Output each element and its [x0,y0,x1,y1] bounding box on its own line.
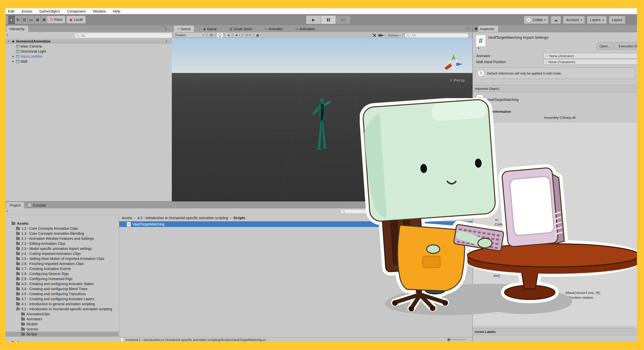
asset-labels-header[interactable]: Asset Labels [473,328,637,335]
layers-dropdown[interactable]: Layers ▾ [587,16,607,24]
folder-row[interactable]: 3.5 - Creating and configuring Transitio… [6,291,119,296]
step-button[interactable]: ▶ [336,15,351,24]
scene-view-tab[interactable]: ≻ Animator [261,26,286,32]
hierarchy-row[interactable]: ▼ ◈ HumanoidAnimation ⋮ [6,38,172,44]
scene-view-tab[interactable]: # Scene [174,26,194,32]
folder-row[interactable]: Animators [6,317,119,322]
local-toggle-button[interactable]: ▣ Local [66,16,86,24]
object-field[interactable]: ≻ None (Animator) [544,53,637,59]
menu-item[interactable]: Assets [21,9,32,13]
folder-row[interactable]: 3.3 - Creating and configuring Animator … [6,281,119,286]
persp-toggle[interactable]: < Persp [450,78,465,82]
folder-row[interactable]: 2.4 - Cutting Imported Animation Clips [6,251,119,256]
expand-arrow-icon[interactable]: ▶ [12,60,15,63]
menu-item[interactable]: Help [113,9,120,13]
layout-dropdown[interactable]: Layout [609,16,625,24]
pivot-toggle-button[interactable]: ⊡ Pivot [47,16,65,24]
grid-visibility-dropdown[interactable]: ▦ ▾ [254,32,263,38]
folder-row[interactable]: 1.3 - Core Concepts Animation Blending [6,231,119,236]
selected-file-row[interactable]: VaultTargetMatching [119,221,472,227]
foldout-icon[interactable]: ▾ [478,47,479,50]
open-button[interactable]: Open... [597,43,613,50]
scene-search-input[interactable] [405,33,469,38]
thumbnail-zoom-slider[interactable] [448,339,466,340]
project-status-bar: Assets/4.2 - Introduction to Humanoid-sp… [119,337,472,342]
folder-row[interactable]: 1.2 - Core Concepts Animation Data [6,226,119,231]
menu-item[interactable]: Edit [8,9,14,13]
folder-row[interactable]: 2.9 - Configuring Humanoid Rigs [6,276,119,281]
create-dropdown-icon[interactable]: ▾ [7,33,8,37]
folder-row[interactable]: ▸ Packages [6,340,119,342]
account-label: Account [566,18,579,22]
folder-row[interactable]: 2.3 - Model specific animation import se… [6,246,119,251]
folder-row[interactable]: 3.4 - Creating and configuring Blend Tre… [6,286,119,291]
folder-row[interactable]: Models [6,322,119,327]
transform-tool-button[interactable]: ⊡ [21,15,28,24]
folder-row[interactable]: 2.7 - Creating Animation Events [6,266,119,271]
transform-tool-button[interactable]: ↻ [15,15,21,24]
project-tab[interactable]: Project [6,202,24,208]
slider-knob[interactable] [447,338,450,341]
folder-row[interactable]: 2.2 - Editing Animation Clips [6,241,119,246]
folder-row[interactable]: 2.8 - Configuring Generic Rigs [6,271,119,276]
expand-arrow-icon[interactable]: ▶ [12,55,15,58]
tab-inspector[interactable]: Inspector [478,26,498,32]
project-tab[interactable]: Console [24,202,49,208]
grid-snap-icon[interactable]: # [80,17,82,22]
folder-row[interactable]: Scripts [6,332,119,337]
2d-toggle-button[interactable]: 2D [207,32,215,38]
project-search-input[interactable] [340,209,390,214]
scene-view-tab[interactable]: ◷ Animation [292,26,319,32]
shading-mode-dropdown[interactable]: Shaded▾ [173,32,206,38]
hidden-objects-button[interactable]: ∅ 0 [243,32,253,38]
menu-item[interactable]: Component [67,9,86,13]
panel-menu-icon[interactable]: ⋮ [466,26,470,31]
pause-button[interactable] [321,15,336,24]
transform-tool-button[interactable]: ▭ [28,15,34,24]
panel-menu-icon[interactable]: ⋮ [164,26,168,31]
hierarchy-row[interactable]: ▶ MazeLowMan [6,54,172,59]
play-button[interactable]: ▶ [306,15,321,24]
folder-row[interactable]: 4.1 - Introduction to general animation … [6,301,119,306]
folder-row[interactable]: 3.7 - Creating and configuring Animator … [6,296,119,301]
folder-row[interactable]: AnimationClips [6,312,119,317]
hierarchy-row[interactable]: Directional Light [6,49,172,54]
breadcrumb-segment[interactable]: 4.2 - Introduction to Humanoid-specific … [138,216,231,220]
effects-dropdown[interactable]: ★ ▾ [233,32,242,38]
audio-toggle-button[interactable]: ◄) [225,32,232,38]
menu-item[interactable]: GameObject [39,9,60,13]
menu-item[interactable]: Window [93,9,106,13]
folder-row[interactable]: 2.1 - Animation Window Features and Sett… [6,236,119,241]
lighting-toggle-button[interactable] [217,32,223,38]
transform-tool-button[interactable]: + [8,15,15,24]
account-dropdown[interactable]: Account ▾ [563,16,585,24]
cloud-button[interactable]: ☁ [551,16,561,24]
row-menu-icon[interactable]: ⋮ [165,39,168,43]
folder-row[interactable]: 2.5 - Setting Root Motion of Imported An… [6,256,119,261]
folder-row[interactable]: Scenes [6,327,119,332]
object-field[interactable]: + None (Transform) [544,59,637,65]
folder-row[interactable]: 4.2 - Introduction to Humanoid-specific … [6,306,119,312]
folder-row[interactable]: Assets [6,221,119,226]
hierarchy-search-input[interactable] [74,33,176,38]
scene-view-tab[interactable]: ▤ Asset Store [226,26,256,32]
transform-tool-button[interactable]: ⊕ [34,15,41,24]
scene-viewport[interactable]: y x z < Persp [172,38,472,201]
hierarchy-row[interactable]: ▶ Wall [6,59,172,64]
orientation-gizmo[interactable]: y x z [442,53,465,76]
tab-hierarchy[interactable]: Hierarchy [6,26,28,32]
tools-icon[interactable] [373,33,376,37]
hierarchy-row[interactable]: Main Camera [6,44,172,49]
execution-order-button[interactable]: Execution Order [614,43,637,50]
gizmos-dropdown[interactable]: Gizmos ▾ [386,33,403,38]
create-dropdown-icon[interactable]: ▾ [7,210,8,213]
transform-tool-button[interactable] [41,15,48,24]
expand-arrow-icon[interactable]: ▼ [7,40,10,43]
scene-view-tab[interactable]: ◉ Game [199,26,220,32]
breadcrumb-segment[interactable]: Assets › [122,216,136,220]
camera-settings-dropdown[interactable]: ▾ [378,34,384,37]
breadcrumb-segment[interactable]: Scripts › [233,216,245,220]
collab-button[interactable]: ✓ Collab ▾ [524,16,549,24]
folder-row[interactable]: 2.6 - Finishing Imported Animation Clips [6,261,119,266]
humanoid-model[interactable] [312,98,332,153]
